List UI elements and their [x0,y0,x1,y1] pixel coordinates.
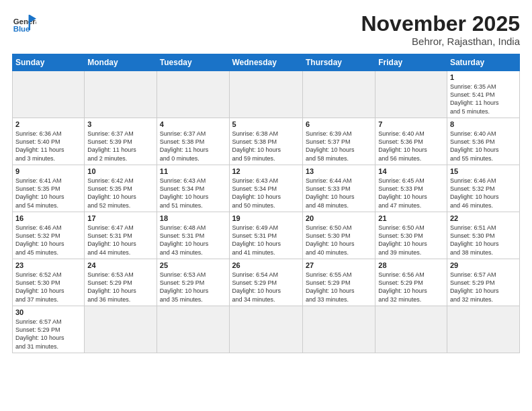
day-number: 8 [450,120,517,128]
day-info: Sunrise: 6:52 AM Sunset: 5:30 PM Dayligh… [15,271,81,304]
day-info: Sunrise: 6:38 AM Sunset: 5:38 PM Dayligh… [232,130,300,163]
calendar-empty [302,306,375,353]
day-number: 14 [378,167,444,175]
day-number: 17 [87,214,153,222]
calendar-empty [13,71,85,118]
day-info: Sunrise: 6:47 AM Sunset: 5:31 PM Dayligh… [87,224,153,257]
calendar-day-17: 17Sunrise: 6:47 AM Sunset: 5:31 PM Dayli… [85,212,157,259]
day-number: 1 [450,73,517,81]
day-number: 3 [87,120,153,128]
calendar-day-1: 1Sunrise: 6:35 AM Sunset: 5:41 PM Daylig… [447,71,519,118]
calendar-week-3: 16Sunrise: 6:46 AM Sunset: 5:32 PM Dayli… [13,212,520,259]
calendar-day-11: 11Sunrise: 6:43 AM Sunset: 5:34 PM Dayli… [157,165,229,212]
header-saturday: Saturday [447,54,519,71]
day-info: Sunrise: 6:42 AM Sunset: 5:35 PM Dayligh… [87,177,153,210]
day-number: 22 [450,214,517,222]
day-info: Sunrise: 6:56 AM Sunset: 5:29 PM Dayligh… [378,271,444,304]
day-info: Sunrise: 6:57 AM Sunset: 5:29 PM Dayligh… [15,318,81,351]
calendar-day-10: 10Sunrise: 6:42 AM Sunset: 5:35 PM Dayli… [85,165,157,212]
day-info: Sunrise: 6:43 AM Sunset: 5:34 PM Dayligh… [232,177,300,210]
logo: General Blue [12,12,36,36]
day-number: 30 [15,308,81,316]
month-title: November 2025 [361,12,520,36]
day-number: 7 [378,120,444,128]
calendar-empty [85,71,157,118]
calendar-day-22: 22Sunrise: 6:51 AM Sunset: 5:30 PM Dayli… [447,212,519,259]
calendar-empty [229,306,302,353]
day-info: Sunrise: 6:55 AM Sunset: 5:29 PM Dayligh… [306,271,372,304]
day-number: 4 [160,120,226,128]
day-info: Sunrise: 6:53 AM Sunset: 5:29 PM Dayligh… [160,271,226,304]
calendar-week-4: 23Sunrise: 6:52 AM Sunset: 5:30 PM Dayli… [13,259,520,306]
calendar-day-4: 4Sunrise: 6:37 AM Sunset: 5:38 PM Daylig… [157,118,229,165]
calendar-empty [375,306,447,353]
header-wednesday: Wednesday [229,54,302,71]
calendar-day-15: 15Sunrise: 6:46 AM Sunset: 5:32 PM Dayli… [447,165,519,212]
day-number: 23 [15,261,81,269]
header-tuesday: Tuesday [157,54,229,71]
day-number: 20 [306,214,372,222]
title-block: November 2025 Behror, Rajasthan, India [361,12,520,47]
calendar-day-5: 5Sunrise: 6:38 AM Sunset: 5:38 PM Daylig… [229,118,302,165]
svg-rect-3 [29,15,30,30]
day-number: 6 [306,120,372,128]
day-number: 5 [232,120,300,128]
day-number: 27 [306,261,372,269]
day-number: 26 [232,261,300,269]
day-info: Sunrise: 6:49 AM Sunset: 5:31 PM Dayligh… [232,224,300,257]
day-number: 28 [378,261,444,269]
calendar-day-6: 6Sunrise: 6:39 AM Sunset: 5:37 PM Daylig… [302,118,375,165]
calendar-day-2: 2Sunrise: 6:36 AM Sunset: 5:40 PM Daylig… [13,118,85,165]
day-info: Sunrise: 6:37 AM Sunset: 5:38 PM Dayligh… [160,130,226,163]
calendar-day-19: 19Sunrise: 6:49 AM Sunset: 5:31 PM Dayli… [229,212,302,259]
calendar-empty [157,306,229,353]
calendar-empty [375,71,447,118]
day-info: Sunrise: 6:54 AM Sunset: 5:29 PM Dayligh… [232,271,300,304]
calendar-day-21: 21Sunrise: 6:50 AM Sunset: 5:30 PM Dayli… [375,212,447,259]
day-info: Sunrise: 6:39 AM Sunset: 5:37 PM Dayligh… [306,130,372,163]
calendar-empty [157,71,229,118]
day-info: Sunrise: 6:41 AM Sunset: 5:35 PM Dayligh… [15,177,81,210]
day-number: 21 [378,214,444,222]
day-info: Sunrise: 6:51 AM Sunset: 5:30 PM Dayligh… [450,224,517,257]
calendar-day-29: 29Sunrise: 6:57 AM Sunset: 5:29 PM Dayli… [447,259,519,306]
day-number: 10 [87,167,153,175]
calendar: SundayMondayTuesdayWednesdayThursdayFrid… [12,54,520,353]
calendar-empty [447,306,519,353]
day-info: Sunrise: 6:44 AM Sunset: 5:33 PM Dayligh… [306,177,372,210]
calendar-empty [85,306,157,353]
calendar-empty [302,71,375,118]
day-info: Sunrise: 6:35 AM Sunset: 5:41 PM Dayligh… [450,83,517,116]
calendar-day-18: 18Sunrise: 6:48 AM Sunset: 5:31 PM Dayli… [157,212,229,259]
day-number: 29 [450,261,517,269]
header-sunday: Sunday [13,54,85,71]
calendar-day-7: 7Sunrise: 6:40 AM Sunset: 5:36 PM Daylig… [375,118,447,165]
day-number: 16 [15,214,81,222]
day-number: 18 [160,214,226,222]
header-monday: Monday [85,54,157,71]
calendar-week-2: 9Sunrise: 6:41 AM Sunset: 5:35 PM Daylig… [13,165,520,212]
day-number: 13 [306,167,372,175]
day-info: Sunrise: 6:50 AM Sunset: 5:30 PM Dayligh… [378,224,444,257]
calendar-day-23: 23Sunrise: 6:52 AM Sunset: 5:30 PM Dayli… [13,259,85,306]
calendar-day-25: 25Sunrise: 6:53 AM Sunset: 5:29 PM Dayli… [157,259,229,306]
day-info: Sunrise: 6:48 AM Sunset: 5:31 PM Dayligh… [160,224,226,257]
calendar-day-30: 30Sunrise: 6:57 AM Sunset: 5:29 PM Dayli… [13,306,85,353]
calendar-day-26: 26Sunrise: 6:54 AM Sunset: 5:29 PM Dayli… [229,259,302,306]
day-info: Sunrise: 6:36 AM Sunset: 5:40 PM Dayligh… [15,130,81,163]
day-number: 12 [232,167,300,175]
calendar-day-8: 8Sunrise: 6:40 AM Sunset: 5:36 PM Daylig… [447,118,519,165]
calendar-day-20: 20Sunrise: 6:50 AM Sunset: 5:30 PM Dayli… [302,212,375,259]
day-info: Sunrise: 6:53 AM Sunset: 5:29 PM Dayligh… [87,271,153,304]
calendar-week-1: 2Sunrise: 6:36 AM Sunset: 5:40 PM Daylig… [13,118,520,165]
calendar-day-9: 9Sunrise: 6:41 AM Sunset: 5:35 PM Daylig… [13,165,85,212]
day-number: 9 [15,167,81,175]
header: General Blue November 2025 Behror, Rajas… [12,12,520,47]
day-number: 15 [450,167,517,175]
day-info: Sunrise: 6:37 AM Sunset: 5:39 PM Dayligh… [87,130,153,163]
calendar-day-14: 14Sunrise: 6:45 AM Sunset: 5:33 PM Dayli… [375,165,447,212]
day-info: Sunrise: 6:46 AM Sunset: 5:32 PM Dayligh… [15,224,81,257]
logo-icon: General Blue [12,12,36,36]
calendar-day-24: 24Sunrise: 6:53 AM Sunset: 5:29 PM Dayli… [85,259,157,306]
header-friday: Friday [375,54,447,71]
